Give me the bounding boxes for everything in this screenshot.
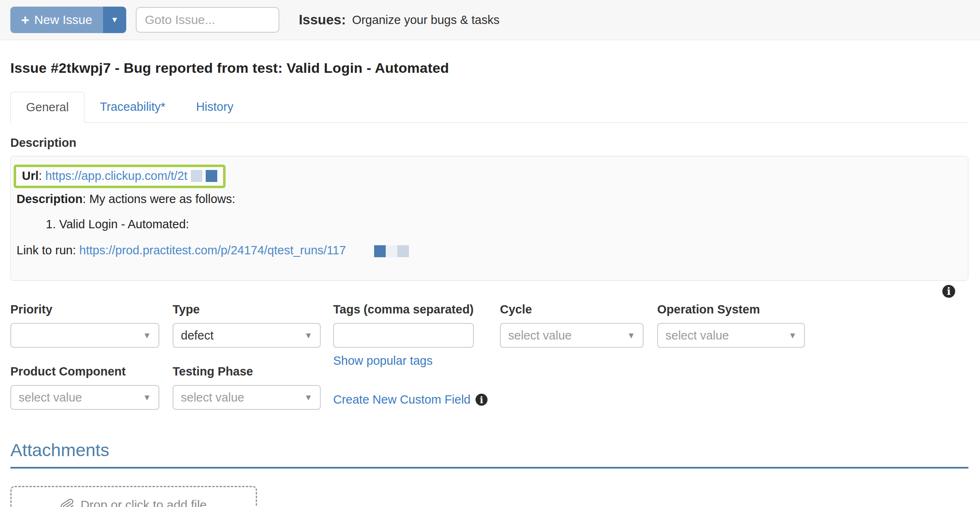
new-issue-button-label: New Issue <box>34 13 92 27</box>
testing-phase-label: Testing Phase <box>173 365 321 378</box>
redacted-block <box>386 245 397 257</box>
operation-system-label: Operation System <box>657 303 805 316</box>
cycle-label: Cycle <box>500 303 644 316</box>
product-component-label: Product Component <box>10 365 159 378</box>
redacted-block <box>206 170 217 182</box>
issue-name: Bug reported from test: Valid Login - Au… <box>124 60 449 76</box>
chevron-down-icon: ▼ <box>788 331 797 340</box>
type-value: defect <box>181 329 214 342</box>
redacted-block <box>397 245 409 257</box>
attachments-heading: Attachments <box>10 440 968 460</box>
goto-issue-input[interactable] <box>136 7 279 33</box>
tags-input-wrap <box>333 323 474 348</box>
description-inline-text: : My actions were as follows: <box>83 192 235 206</box>
chevron-down-icon: ▼ <box>304 393 312 402</box>
url-label: Url <box>22 169 38 182</box>
attachments-divider <box>10 467 968 469</box>
url-highlight-box: Url: https://app.clickup.com/t/2t <box>14 165 226 188</box>
product-component-select[interactable]: select value ▼ <box>10 385 159 410</box>
type-label: Type <box>173 303 321 316</box>
tab-history[interactable]: History <box>181 92 249 122</box>
testing-phase-select[interactable]: select value ▼ <box>173 385 321 410</box>
chevron-down-icon: ▼ <box>627 331 635 340</box>
tags-label: Tags (comma separated) <box>333 303 474 316</box>
description-box[interactable]: Url: https://app.clickup.com/t/2t Descri… <box>10 156 968 281</box>
file-dropzone[interactable]: Drop or click to add file <box>10 486 257 507</box>
description-section-label: Description <box>10 136 968 150</box>
priority-label: Priority <box>10 303 159 316</box>
run-link-line: Link to run: https://prod.practitest.com… <box>17 244 962 257</box>
description-inline-label: Description <box>17 192 83 206</box>
info-icon[interactable]: i <box>476 394 488 406</box>
show-popular-tags-link[interactable]: Show popular tags <box>333 354 432 368</box>
new-issue-dropdown-button[interactable]: ▼ <box>103 7 126 33</box>
tags-input[interactable] <box>341 324 466 347</box>
operation-system-placeholder: select value <box>665 329 729 342</box>
url-separator: : <box>38 169 45 182</box>
chevron-down-icon: ▼ <box>143 331 151 340</box>
chevron-down-icon: ▼ <box>143 393 151 402</box>
new-issue-split-button: + New Issue ▼ <box>10 7 126 33</box>
cycle-select[interactable]: select value ▼ <box>500 323 644 348</box>
chevron-down-icon: ▼ <box>111 15 119 24</box>
top-bar: + New Issue ▼ Issues: Organize your bugs… <box>0 0 980 40</box>
list-item: Valid Login - Automated: <box>59 218 962 231</box>
testing-phase-placeholder: select value <box>181 391 244 404</box>
create-new-custom-field-link[interactable]: Create New Custom Field <box>333 393 471 407</box>
product-component-placeholder: select value <box>19 391 82 404</box>
dropzone-label: Drop or click to add file <box>80 498 207 507</box>
type-select[interactable]: defect ▼ <box>173 323 321 348</box>
issue-heading: Issue #2tkwpj7 - Bug reported from test:… <box>10 60 968 76</box>
page-title: Issues: <box>299 12 346 28</box>
operation-system-select[interactable]: select value ▼ <box>657 323 805 348</box>
tab-general[interactable]: General <box>10 92 84 123</box>
run-label: Link to run: <box>17 244 79 257</box>
description-text-line: Description: My actions were as follows: <box>17 192 962 206</box>
practitest-run-link[interactable]: https://prod.practitest.com/p/24174/qtes… <box>79 244 346 257</box>
paperclip-icon <box>59 497 76 507</box>
redacted-block <box>374 245 386 257</box>
issue-id: Issue #2tkwpj7 - <box>10 60 124 76</box>
tab-bar: General Traceability* History <box>10 92 968 123</box>
new-issue-button[interactable]: + New Issue <box>10 7 103 33</box>
tab-traceability[interactable]: Traceability* <box>84 92 180 122</box>
priority-select[interactable]: ▼ <box>10 323 159 348</box>
main-content: Issue #2tkwpj7 - Bug reported from test:… <box>0 60 980 507</box>
description-list: Valid Login - Automated: <box>17 218 962 231</box>
redacted-block <box>191 170 202 182</box>
chevron-down-icon: ▼ <box>304 331 312 340</box>
cycle-placeholder: select value <box>508 329 572 342</box>
info-icon[interactable]: i <box>942 285 955 298</box>
page-subtitle: Organize your bugs & tasks <box>352 13 500 27</box>
plus-icon: + <box>21 13 29 27</box>
clickup-url-link[interactable]: https://app.clickup.com/t/2t <box>45 169 187 182</box>
issue-fields-form: Priority ▼ Type defect ▼ Tags (comma sep… <box>10 303 968 423</box>
